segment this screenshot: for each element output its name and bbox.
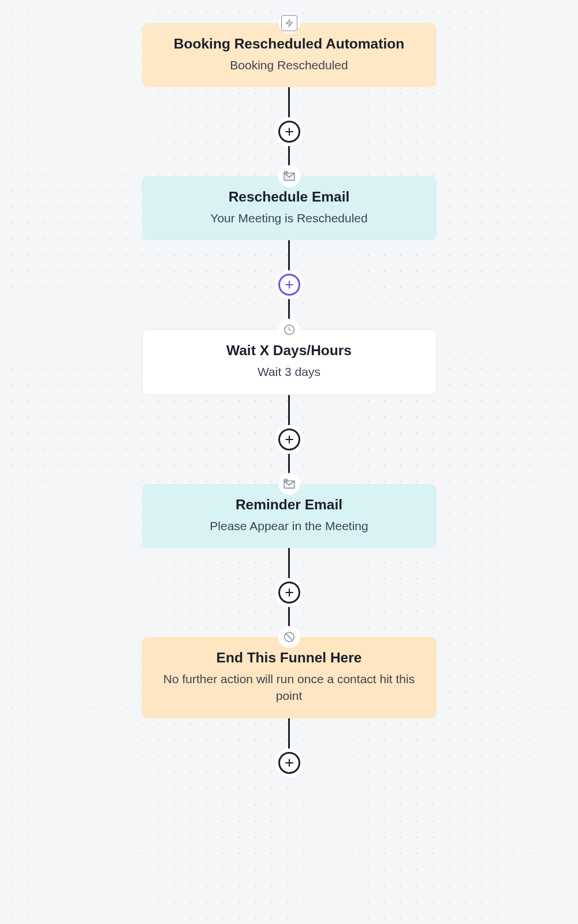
connector-line (288, 87, 290, 117)
node-subtitle: Wait 3 days (155, 363, 423, 380)
connector-line (288, 548, 290, 578)
svg-line-15 (286, 634, 292, 640)
node-title: Reminder Email (155, 495, 424, 514)
stop-icon (278, 626, 300, 648)
add-step-button[interactable] (275, 425, 304, 454)
action-node-reminder-email[interactable]: Reminder Email Please Appear in the Meet… (142, 484, 437, 548)
node-title: End This Funnel Here (155, 649, 424, 667)
node-title: Reschedule Email (155, 188, 424, 206)
node-title: Booking Rescheduled Automation (155, 35, 424, 53)
bolt-icon (278, 12, 300, 34)
node-title: Wait X Days/Hours (155, 341, 423, 360)
connector-line (288, 718, 290, 748)
trigger-node-booking-rescheduled[interactable]: Booking Rescheduled Automation Booking R… (142, 23, 437, 87)
node-subtitle: Please Appear in the Meeting (155, 517, 424, 534)
node-subtitle: Your Meeting is Rescheduled (155, 210, 424, 226)
action-node-wait[interactable]: Wait X Days/Hours Wait 3 days (142, 329, 437, 394)
add-step-button-active[interactable] (275, 270, 304, 299)
connector-line (288, 240, 290, 270)
node-subtitle: No further action will run once a contac… (155, 670, 424, 705)
clock-icon (278, 319, 300, 341)
add-step-button[interactable] (275, 578, 304, 607)
email-icon (278, 165, 300, 187)
node-subtitle: Booking Rescheduled (155, 57, 424, 73)
action-node-reschedule-email[interactable]: Reschedule Email Your Meeting is Resched… (142, 176, 437, 240)
svg-marker-0 (286, 20, 292, 27)
email-icon (278, 473, 300, 495)
automation-canvas[interactable]: Booking Rescheduled Automation Booking R… (0, 0, 578, 924)
connector-line (288, 395, 290, 425)
add-step-button[interactable] (275, 117, 304, 146)
end-node-funnel[interactable]: End This Funnel Here No further action w… (142, 637, 437, 718)
add-step-button[interactable] (275, 748, 304, 777)
